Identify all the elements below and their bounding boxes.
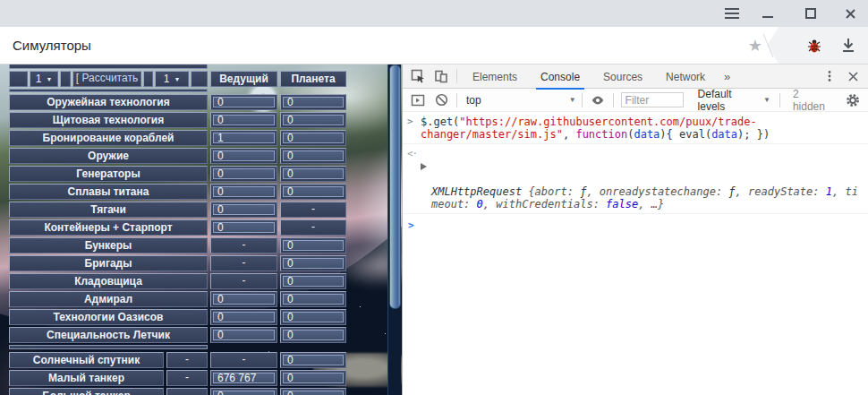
planet-cell: 0	[280, 184, 346, 200]
row-label: Адмирал	[9, 291, 208, 307]
hidden-messages-count: 2 hidden	[793, 88, 832, 113]
log-levels-select[interactable]: Default levels ▼	[698, 88, 770, 113]
divider	[456, 93, 457, 107]
leader-value-input[interactable]: 1	[213, 133, 275, 143]
extension-bug-icon[interactable]	[805, 37, 823, 55]
row-label: Кладовщица	[9, 273, 208, 289]
section-separator-strip	[9, 345, 208, 349]
leader-value-input[interactable]: 0	[213, 222, 275, 233]
tab-console[interactable]: Console	[529, 64, 591, 89]
leader-value-input[interactable]: 676 767	[213, 373, 275, 383]
leader-value-input[interactable]: 0	[213, 115, 275, 125]
leader-value-cell: -	[210, 273, 277, 289]
row-label: Сплавы титана	[9, 184, 208, 200]
planet-cell: 0	[280, 273, 346, 289]
console-line: XMLHttpRequest {abort: ƒ, onreadystatech…	[431, 185, 858, 198]
table-row: Контейнеры + Старпорт0-	[9, 219, 346, 236]
leader-cell: 0	[210, 166, 277, 182]
row-label: Генераторы	[9, 166, 208, 182]
table-row: Адмирал00	[9, 291, 346, 307]
page-titlebar: Симуляторы ★	[0, 27, 868, 64]
levels-value: Default levels	[698, 88, 759, 113]
console-filter-input[interactable]	[621, 92, 684, 107]
leader-cell: 0	[210, 148, 277, 164]
expand-triangle-icon[interactable]	[421, 163, 427, 170]
leader-value-input[interactable]: 0	[213, 150, 275, 161]
planet-cell: 0	[280, 148, 346, 164]
leader-value-input[interactable]: 0	[213, 97, 275, 107]
device-toolbar-icon[interactable]	[430, 64, 453, 88]
row-label: Технологии Оазисов	[9, 309, 208, 325]
bookmark-star-icon[interactable]: ★	[748, 27, 762, 64]
download-icon[interactable]	[839, 37, 857, 55]
planet-value-input[interactable]: 0	[283, 186, 344, 197]
command-chevron-icon: >	[407, 116, 421, 141]
more-tabs-icon[interactable]: »	[717, 70, 737, 83]
inspect-element-icon[interactable]	[406, 64, 430, 88]
column-header-leader: Ведущий	[210, 71, 277, 87]
planet-value-input[interactable]: 0	[283, 258, 344, 269]
row-label: Тягачи	[9, 202, 208, 218]
devtools-menu-icon[interactable]	[818, 64, 841, 88]
execution-context-select[interactable]: top ▼	[466, 94, 576, 107]
devtools-panel: ElementsConsoleSourcesNetwork » top ▼	[402, 64, 868, 395]
console-line: changer/master/sim.js", function(data){ …	[421, 128, 770, 141]
leader-cell: 0	[210, 219, 277, 236]
row-label: Бункеры	[9, 237, 208, 253]
planet-value-input[interactable]: 0	[283, 168, 344, 179]
leader-cell: 0	[210, 112, 277, 128]
extra-value-cell: -	[166, 370, 208, 386]
leader-value-input[interactable]: 0	[213, 186, 275, 197]
planet-cell: 0	[280, 130, 346, 146]
leader-value-input[interactable]: 0	[213, 391, 275, 395]
select-value: 1	[164, 73, 170, 86]
tab-network[interactable]: Network	[654, 64, 717, 89]
console-prompt[interactable]: >	[403, 214, 868, 237]
menu-icon[interactable]	[721, 4, 743, 23]
planet-value-input[interactable]: 0	[283, 294, 344, 305]
planet-value-input[interactable]: 0	[283, 312, 344, 322]
planet-value-input[interactable]: 0	[283, 133, 344, 143]
console-sidebar-icon[interactable]	[406, 89, 430, 112]
leader-cell: 0	[210, 184, 277, 200]
maximize-icon[interactable]	[800, 4, 821, 23]
planet-cell: 0	[280, 309, 346, 325]
clear-console-icon[interactable]	[430, 89, 453, 112]
planet-value-input[interactable]: 0	[283, 355, 344, 365]
leader-value-input[interactable]: 0	[213, 294, 275, 305]
close-devtools-icon[interactable]	[841, 64, 864, 88]
level-select-left[interactable]: 1 ▼	[30, 71, 58, 87]
tab-sources[interactable]: Sources	[591, 64, 654, 89]
minimize-icon[interactable]	[757, 4, 779, 23]
leader-value-input[interactable]: 0	[213, 204, 275, 215]
level-select-right[interactable]: 1 ▼	[155, 71, 189, 87]
leader-value-input[interactable]: 0	[213, 312, 275, 322]
calculate-button[interactable]: [ Рассчитать ]	[72, 71, 141, 87]
tab-elements[interactable]: Elements	[461, 64, 529, 89]
spacer-cell	[143, 71, 153, 87]
table-row: Оружие00	[9, 148, 346, 164]
planet-value-input[interactable]: 0	[283, 276, 344, 287]
row-label: Солнечный спутник	[9, 352, 164, 368]
planet-cell: 0	[280, 291, 346, 307]
scrollbar-thumb[interactable]	[389, 64, 401, 309]
planet-value-input[interactable]: 0	[283, 150, 344, 161]
page-scrollbar[interactable]	[387, 64, 401, 395]
leader-value-input[interactable]: 0	[213, 168, 275, 179]
planet-value-input[interactable]: 0	[283, 97, 344, 107]
planet-value-input[interactable]: 0	[283, 240, 344, 251]
live-expression-eye-icon[interactable]	[586, 89, 609, 112]
close-window-icon[interactable]	[839, 4, 861, 23]
simulator-table: Оружейная технология00Щитовая технология…	[9, 94, 346, 345]
planet-value-input[interactable]: 0	[283, 391, 344, 395]
table-row: Бригады-0	[9, 255, 346, 271]
console-settings-gear-icon[interactable]	[841, 89, 864, 112]
planet-value-input[interactable]: 0	[283, 115, 344, 125]
planet-value-input[interactable]: 0	[283, 373, 344, 383]
extra-value-cell	[166, 388, 208, 395]
leader-value-input[interactable]: 0	[213, 330, 275, 340]
chevron-down-icon: ▼	[46, 76, 52, 82]
leader-value-cell: -	[210, 237, 277, 253]
planet-value-input[interactable]: 0	[283, 330, 344, 340]
planet-cell: 0	[280, 255, 346, 271]
